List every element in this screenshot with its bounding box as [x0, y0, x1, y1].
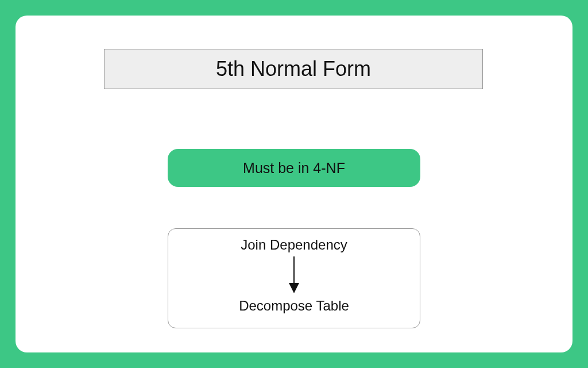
arrow-head: [289, 283, 299, 293]
flow-box: Join Dependency Decompose Table: [168, 228, 420, 328]
flow-from-text: Join Dependency: [241, 237, 347, 253]
title-text: 5th Normal Form: [216, 57, 371, 81]
diagram-canvas: 5th Normal Form Must be in 4-NF Join Dep…: [16, 16, 572, 352]
flow-to-text: Decompose Table: [239, 298, 349, 314]
arrow-shaft: [293, 256, 295, 284]
arrow-down-icon: [289, 256, 299, 293]
precondition-box: Must be in 4-NF: [168, 149, 420, 187]
title-box: 5th Normal Form: [104, 49, 483, 89]
precondition-text: Must be in 4-NF: [243, 160, 345, 177]
